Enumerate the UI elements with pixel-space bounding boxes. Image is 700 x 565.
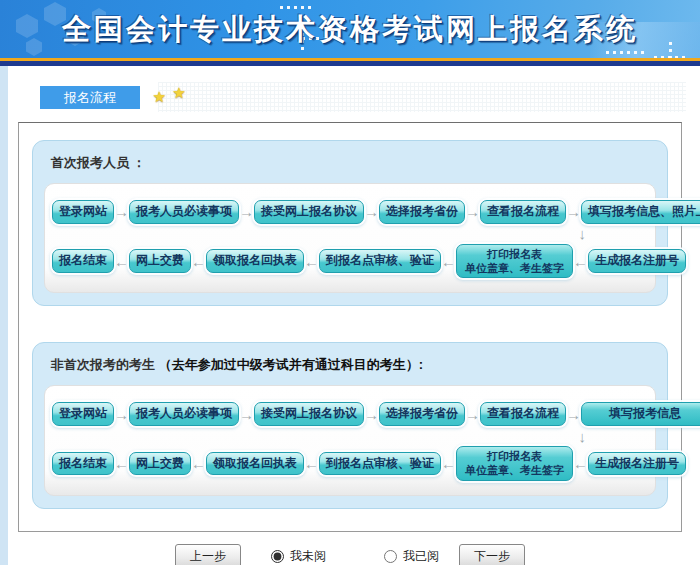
read-radio-label: 我已阅	[403, 548, 439, 565]
flow-row-top: 登录网站 → 报考人员必读事项 → 接受网上报名协议 → 选择报考省份 → 查看…	[52, 402, 648, 426]
dots-decoration	[604, 50, 644, 55]
star-icon: ★	[172, 84, 185, 101]
unread-radio-label: 我未阅	[290, 548, 326, 565]
arrow-left-icon: ←	[441, 253, 456, 270]
flow-step-accept-agreement: 接受网上报名协议	[254, 402, 364, 426]
flow-step-login: 登录网站	[52, 200, 114, 224]
flow-step-onsite-verification: 到报名点审核、验证	[319, 452, 441, 476]
flow-step-registration-number: 生成报名注册号	[588, 249, 686, 273]
flow-step-must-read: 报考人员必读事项	[129, 402, 239, 426]
tab-registration-process[interactable]: 报名流程	[40, 86, 140, 109]
flow-step-select-province: 选择报考省份	[379, 402, 465, 426]
flow-step-online-payment: 网上交费	[129, 249, 191, 273]
arrow-left-icon: ←	[441, 455, 456, 472]
flow-step-login: 登录网站	[52, 402, 114, 426]
main-container: 首次报考人员 ： 登录网站 → 报考人员必读事项 → 接受网上报名协议 → 选择…	[18, 122, 682, 532]
arrow-right-icon: →	[566, 406, 581, 423]
section-title-text: 首次报考人员 ：	[51, 155, 146, 170]
flow-diagram: 登录网站 → 报考人员必读事项 → 接受网上报名协议 → 选择报考省份 → 查看…	[44, 183, 656, 293]
arrow-right-icon: →	[566, 203, 581, 220]
arrow-right-icon: →	[114, 203, 129, 220]
print-step-line2: 单位盖章、考生签字	[465, 262, 564, 274]
arrow-right-icon: →	[364, 406, 379, 423]
arrow-left-icon: ←	[573, 253, 588, 270]
flow-connector: ↓	[52, 224, 648, 244]
arrow-down-icon: ↓	[579, 428, 587, 445]
unread-radio[interactable]	[271, 550, 284, 563]
left-edge-decoration	[0, 66, 8, 565]
page-title: 全国会计专业技术资格考试网上报名系统	[0, 0, 700, 50]
arrow-right-icon: →	[364, 203, 379, 220]
flow-row-bottom: 报名结束 ← 网上交费 ← 领取报名回执表 ← 到报名点审核、验证 ← 打印报名…	[52, 446, 648, 481]
print-step-line1: 打印报名表	[487, 248, 542, 260]
print-step-line1: 打印报名表	[487, 450, 542, 462]
arrow-left-icon: ←	[304, 455, 319, 472]
flow-step-accept-agreement: 接受网上报名协议	[254, 200, 364, 224]
flow-step-finish: 报名结束	[52, 452, 114, 476]
arrow-left-icon: ←	[304, 253, 319, 270]
flow-step-select-province: 选择报考省份	[379, 200, 465, 224]
next-step-button[interactable]: 下一步	[459, 544, 525, 565]
arrow-left-icon: ←	[191, 455, 206, 472]
flow-step-fill-info: 填写报考信息	[581, 402, 700, 426]
flow-row-top: 登录网站 → 报考人员必读事项 → 接受网上报名协议 → 选择报考省份 → 查看…	[52, 200, 648, 224]
flow-step-onsite-verification: 到报名点审核、验证	[319, 249, 441, 273]
section-title: 非首次报考的考生 （去年参加过中级考试并有通过科目的考生）:	[51, 356, 656, 374]
navy-divider	[0, 61, 700, 66]
radio-option-unread[interactable]: 我未阅	[271, 548, 326, 565]
flow-step-must-read: 报考人员必读事项	[129, 200, 239, 224]
arrow-right-icon: →	[465, 406, 480, 423]
arrow-right-icon: →	[114, 406, 129, 423]
radio-option-read[interactable]: 我已阅	[384, 548, 439, 565]
tab-row: 报名流程 ★ ★	[40, 86, 700, 109]
section-returning-applicants: 非首次报考的考生 （去年参加过中级考试并有通过科目的考生）: 登录网站 → 报考…	[32, 342, 668, 508]
section-first-time-applicants: 首次报考人员 ： 登录网站 → 报考人员必读事项 → 接受网上报名协议 → 选择…	[32, 140, 668, 306]
flow-step-online-payment: 网上交费	[129, 452, 191, 476]
footer-controls: 上一步 我未阅 我已阅 下一步	[0, 544, 700, 565]
section-title-text: 非首次报考的考生	[51, 357, 159, 372]
grid-pattern-decoration	[158, 82, 686, 112]
flow-diagram: 登录网站 → 报考人员必读事项 → 接受网上报名协议 → 选择报考省份 → 查看…	[44, 385, 656, 495]
arrow-left-icon: ←	[114, 253, 129, 270]
flow-row-bottom: 报名结束 ← 网上交费 ← 领取报名回执表 ← 到报名点审核、验证 ← 打印报名…	[52, 244, 648, 279]
flow-connector: ↓	[52, 426, 648, 446]
flow-step-fill-info-upload-photo: 填写报考信息、照片上传	[581, 200, 700, 224]
print-step-line2: 单位盖章、考生签字	[465, 464, 564, 476]
section-title: 首次报考人员 ：	[51, 154, 656, 172]
arrow-right-icon: →	[239, 406, 254, 423]
previous-step-button[interactable]: 上一步	[175, 544, 241, 565]
flow-step-registration-number: 生成报名注册号	[588, 452, 686, 476]
arrow-right-icon: →	[239, 203, 254, 220]
arrow-left-icon: ←	[573, 455, 588, 472]
flow-step-finish: 报名结束	[52, 249, 114, 273]
star-icon: ★	[152, 88, 165, 105]
flow-step-get-receipt: 领取报名回执表	[206, 249, 304, 273]
flow-step-get-receipt: 领取报名回执表	[206, 452, 304, 476]
arrow-right-icon: →	[465, 203, 480, 220]
flow-step-print-and-sign: 打印报名表单位盖章、考生签字	[456, 446, 573, 481]
arrow-left-icon: ←	[191, 253, 206, 270]
arrow-down-icon: ↓	[579, 225, 587, 242]
flow-step-print-and-sign: 打印报名表单位盖章、考生签字	[456, 244, 573, 279]
flow-step-view-process: 查看报名流程	[480, 200, 566, 224]
read-radio[interactable]	[384, 550, 397, 563]
arrow-left-icon: ←	[114, 455, 129, 472]
flow-step-view-process: 查看报名流程	[480, 402, 566, 426]
header-banner: 全国会计专业技术资格考试网上报名系统	[0, 0, 700, 58]
section-title-bold-text: （去年参加过中级考试并有通过科目的考生）:	[159, 357, 423, 372]
